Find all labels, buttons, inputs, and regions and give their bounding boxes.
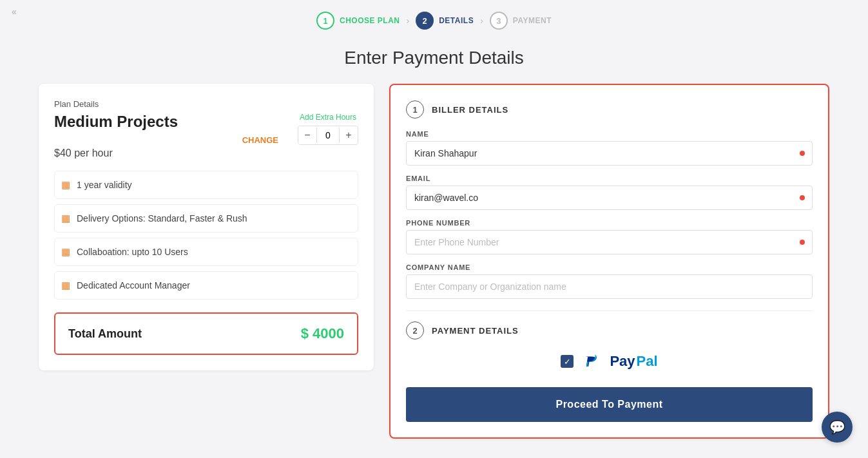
feature-item-0: ▦ 1 year validity — [54, 171, 358, 199]
feature-item-1: ▦ Delivery Options: Standard, Faster & R… — [54, 204, 358, 233]
company-input-wrapper — [406, 274, 813, 299]
name-label: NAME — [406, 130, 813, 138]
plan-panel: Plan Details Medium Projects CHANGE Add … — [39, 84, 374, 370]
stepper: 1 CHOOSE PLAN › 2 DETAILS › 3 PAYMENT — [0, 0, 868, 36]
step-1-label: CHOOSE PLAN — [340, 16, 400, 25]
phone-required-indicator — [800, 240, 805, 245]
email-required-indicator — [800, 195, 805, 200]
plan-header: Medium Projects CHANGE Add Extra Hours −… — [54, 113, 358, 145]
step-2-circle: 2 — [416, 12, 434, 30]
paypal-row: ✓ PayPal — [406, 351, 813, 372]
plan-name: Medium Projects — [54, 113, 178, 131]
proceed-to-payment-button[interactable]: Proceed To Payment — [406, 387, 813, 422]
calendar-icon-3: ▦ — [61, 280, 70, 291]
total-amount-value: $ 4000 — [301, 325, 344, 342]
phone-input-wrapper — [406, 230, 813, 254]
total-amount-box: Total Amount $ 4000 — [54, 312, 358, 355]
plan-name-block: Medium Projects — [54, 113, 178, 131]
change-link[interactable]: CHANGE — [242, 135, 278, 145]
biller-section-header: 1 BILLER DETAILS — [406, 100, 813, 119]
chevron-1-icon: › — [407, 15, 410, 26]
payment-section-title: PAYMENT DETAILS — [432, 326, 519, 336]
name-input[interactable] — [406, 141, 813, 166]
calendar-icon-0: ▦ — [61, 179, 70, 191]
chat-icon: 💬 — [829, 419, 845, 435]
phone-input[interactable] — [406, 230, 813, 254]
feature-text-3: Dedicated Account Manager — [77, 280, 190, 291]
step-1[interactable]: 1 CHOOSE PLAN — [316, 12, 400, 30]
calendar-icon-2: ▦ — [61, 246, 70, 258]
step-3-circle: 3 — [490, 12, 508, 30]
extra-hours-label: Add Extra Hours — [300, 113, 356, 122]
phone-label: PHONE NUMBER — [406, 219, 813, 227]
plan-label: Plan Details — [54, 99, 358, 109]
email-input[interactable] — [406, 186, 813, 210]
company-field-group: COMPANY NAME — [406, 263, 813, 299]
paypal-logo-icon — [580, 351, 601, 372]
hours-value: 0 — [316, 128, 340, 143]
payment-section-number: 2 — [406, 321, 424, 339]
extra-hours-control: Add Extra Hours − 0 + — [298, 113, 358, 145]
hours-counter: − 0 + — [298, 126, 358, 145]
name-input-wrapper — [406, 141, 813, 166]
feature-item-3: ▦ Dedicated Account Manager — [54, 271, 358, 300]
name-required-indicator — [800, 151, 805, 156]
company-label: COMPANY NAME — [406, 263, 813, 271]
phone-field-group: PHONE NUMBER — [406, 219, 813, 254]
company-input[interactable] — [406, 274, 813, 299]
biller-section-title: BILLER DETAILS — [432, 105, 508, 115]
feature-text-0: 1 year validity — [77, 180, 132, 190]
feature-item-2: ▦ Collaboation: upto 10 Users — [54, 238, 358, 266]
email-label: EMAIL — [406, 175, 813, 182]
step-2-label: DETAILS — [439, 16, 474, 25]
plan-price: $40 per hour — [54, 148, 358, 159]
step-2[interactable]: 2 DETAILS — [416, 12, 474, 30]
paypal-checkbox[interactable]: ✓ — [561, 355, 574, 368]
step-3-label: PAYMENT — [513, 16, 552, 25]
biller-panel: 1 BILLER DETAILS NAME EMAIL PHONE NUMBER — [389, 84, 829, 439]
step-1-circle: 1 — [316, 12, 334, 30]
hours-decrement-button[interactable]: − — [298, 126, 316, 144]
calendar-icon-1: ▦ — [61, 213, 70, 224]
feature-text-2: Collaboation: upto 10 Users — [77, 247, 188, 257]
paypal-p2: Pal — [637, 353, 658, 370]
paypal-text-logo: PayPal — [610, 353, 657, 370]
payment-section: 2 PAYMENT DETAILS ✓ PayPal Proceed To Pa… — [406, 310, 813, 422]
chevron-2-icon: › — [480, 15, 483, 26]
payment-section-header: 2 PAYMENT DETAILS — [406, 321, 813, 339]
total-label: Total Amount — [68, 327, 142, 341]
email-input-wrapper — [406, 186, 813, 210]
biller-section-number: 1 — [406, 100, 424, 119]
email-field-group: EMAIL — [406, 175, 813, 210]
feature-text-1: Delivery Options: Standard, Faster & Rus… — [77, 213, 247, 224]
collapse-icon[interactable]: « — [12, 6, 17, 17]
chat-button[interactable]: 💬 — [822, 412, 853, 443]
page-title: Enter Payment Details — [0, 48, 868, 68]
paypal-p1: Pay — [610, 353, 635, 370]
hours-increment-button[interactable]: + — [340, 126, 358, 144]
main-content: Plan Details Medium Projects CHANGE Add … — [0, 84, 868, 439]
step-3[interactable]: 3 PAYMENT — [490, 12, 552, 30]
name-field-group: NAME — [406, 130, 813, 166]
